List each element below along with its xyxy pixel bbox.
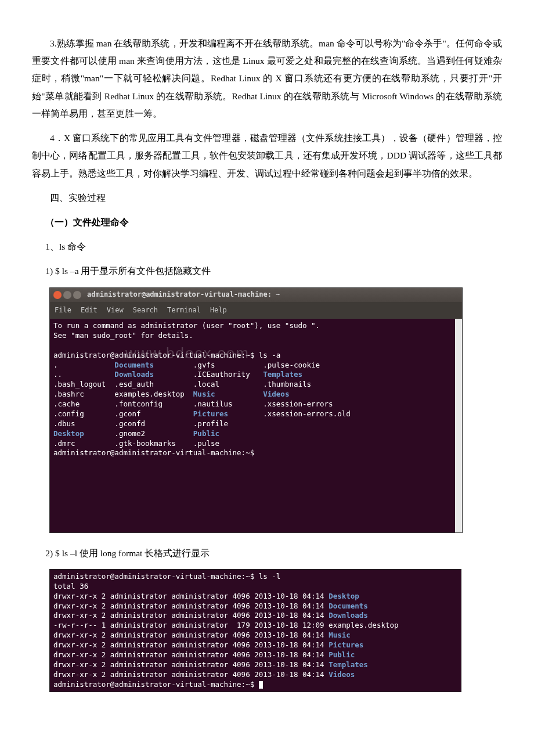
section-4-heading: 四、实验过程 — [32, 189, 502, 207]
scrollbar — [455, 319, 462, 532]
menu-search: Search — [133, 304, 158, 317]
subsection-1-heading: （一）文件处理命令 — [32, 214, 502, 231]
terminal-menubar: File Edit View Search Terminal Help — [50, 302, 462, 319]
item-1-ls-a: 1) $ ls –a 用于显示所有文件包括隐藏文件 — [32, 262, 502, 280]
close-icon — [53, 291, 62, 299]
menu-file: File — [55, 304, 71, 317]
terminal-screenshot-ls-l: administrator@administrator-virtual-mach… — [49, 569, 461, 693]
menu-terminal: Terminal — [167, 304, 201, 317]
terminal-screenshot-ls-a: administrator@administrator-virtual-mach… — [49, 287, 463, 533]
item-2-ls-l: 2) $ ls –l 使用 long format 长格式进行显示 — [32, 545, 502, 562]
paragraph-3: 3.熟练掌握 man 在线帮助系统，开发和编程离不开在线帮助系统。man 命令可… — [32, 35, 502, 123]
menu-edit: Edit — [81, 304, 98, 317]
menu-view: View — [107, 304, 124, 317]
item-1-ls: 1、ls 命令 — [32, 238, 502, 255]
terminal-title: administrator@administrator-virtual-mach… — [87, 288, 280, 301]
minimize-icon — [63, 291, 71, 299]
terminal-body: To run a command as administrator (user … — [50, 319, 462, 532]
menu-help: Help — [210, 304, 227, 317]
paragraph-4: 4．X 窗口系统下的常见应用工具有文件管理器，磁盘管理器（文件系统挂接工具），设… — [32, 129, 502, 182]
terminal-titlebar: administrator@administrator-virtual-mach… — [50, 288, 462, 302]
maximize-icon — [73, 291, 81, 299]
